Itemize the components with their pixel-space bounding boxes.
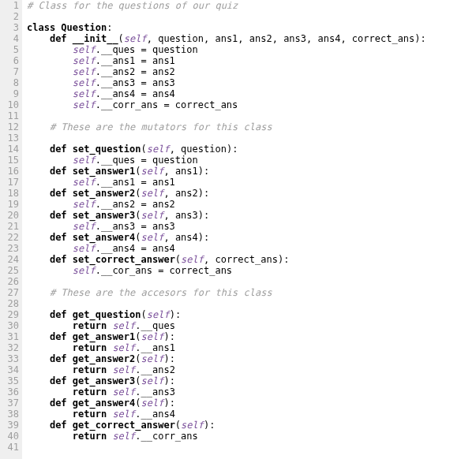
line-number: 33 <box>0 353 19 364</box>
code-token: .__ans3 <box>135 386 175 397</box>
code-token: set_question <box>73 144 141 155</box>
line-number: 6 <box>0 55 19 66</box>
code-token: ): <box>204 420 215 431</box>
code-line[interactable]: def set_correct_answer(self, correct_ans… <box>27 254 476 265</box>
code-token <box>27 121 50 132</box>
code-line[interactable]: self.__ques = question <box>27 44 476 55</box>
code-line[interactable]: def set_answer1(self, ans1): <box>27 166 476 177</box>
code-line[interactable]: def get_correct_answer(self): <box>27 420 476 431</box>
code-token: def <box>50 375 73 386</box>
code-token: self <box>112 320 135 331</box>
code-line[interactable]: def set_answer3(self, ans3): <box>27 210 476 221</box>
code-token: , correct_ans): <box>204 254 289 265</box>
code-token: return <box>73 342 107 353</box>
code-area[interactable]: # Class for the questions of our quizcla… <box>22 0 476 459</box>
code-token: ( <box>135 397 141 409</box>
code-token: ( <box>135 353 141 364</box>
code-token: self <box>73 88 96 99</box>
code-line[interactable]: def get_answer4(self): <box>27 397 476 409</box>
code-line[interactable]: def set_answer2(self, ans2): <box>27 188 476 199</box>
code-token: .__corr_ans <box>135 431 197 442</box>
code-token <box>27 66 73 77</box>
code-token: ): <box>163 331 174 342</box>
code-token <box>27 420 50 431</box>
line-number: 31 <box>0 331 19 342</box>
code-line[interactable] <box>27 110 476 121</box>
code-token: self <box>73 265 96 276</box>
code-token: set_correct_answer <box>73 254 175 265</box>
code-line[interactable]: def get_question(self): <box>27 309 476 320</box>
code-line[interactable]: class Question: <box>27 22 476 33</box>
code-line[interactable]: def __init__(self, question, ans1, ans2,… <box>27 33 476 44</box>
code-token: ( <box>135 188 141 199</box>
code-line[interactable]: self.__corr_ans = correct_ans <box>27 99 476 110</box>
code-line[interactable] <box>27 276 476 287</box>
line-number: 13 <box>0 132 19 144</box>
code-token <box>27 232 50 243</box>
code-line[interactable]: def get_answer3(self): <box>27 375 476 386</box>
code-editor[interactable]: 1234567891011121314151617181920212223242… <box>0 0 476 459</box>
code-token: return <box>73 409 107 420</box>
code-token: def <box>50 144 73 155</box>
code-line[interactable]: # These are the mutators for this class <box>27 121 476 132</box>
code-line[interactable]: self.__ans4 = ans4 <box>27 88 476 99</box>
code-line[interactable] <box>27 298 476 309</box>
code-line[interactable] <box>27 11 476 22</box>
code-token: self <box>73 99 96 110</box>
code-token: .__ques = question <box>96 155 198 166</box>
line-number: 3 <box>0 22 19 33</box>
code-token: def <box>50 33 73 44</box>
code-token: self <box>73 243 96 254</box>
code-line[interactable]: self.__ans1 = ans1 <box>27 55 476 66</box>
code-line[interactable]: self.__ques = question <box>27 155 476 166</box>
code-token: def <box>50 331 73 342</box>
code-token: ( <box>135 331 141 342</box>
code-token: self <box>141 166 164 177</box>
code-token: .__ans4 = ans4 <box>96 243 175 254</box>
code-token <box>27 177 73 188</box>
code-line[interactable]: self.__ans3 = ans3 <box>27 221 476 232</box>
code-token: ( <box>141 144 147 155</box>
code-line[interactable]: return self.__ans2 <box>27 364 476 375</box>
code-token: return <box>73 431 107 442</box>
code-line[interactable]: def set_question(self, question): <box>27 144 476 155</box>
code-token: return <box>73 320 107 331</box>
code-token: self <box>73 177 96 188</box>
code-line[interactable]: def set_answer4(self, ans4): <box>27 232 476 243</box>
code-line[interactable]: # These are the accesors for this class <box>27 287 476 298</box>
code-token: ): <box>163 353 174 364</box>
code-line[interactable]: return self.__ques <box>27 320 476 331</box>
code-token: self <box>141 232 164 243</box>
code-token: .__ans4 <box>135 409 175 420</box>
code-token <box>27 353 50 364</box>
code-line[interactable]: def get_answer1(self): <box>27 331 476 342</box>
code-line[interactable]: return self.__corr_ans <box>27 431 476 442</box>
code-token <box>27 265 73 276</box>
code-line[interactable]: return self.__ans1 <box>27 342 476 353</box>
code-token: class <box>27 22 61 33</box>
code-token: .__ans2 = ans2 <box>96 199 175 210</box>
code-token <box>27 364 73 375</box>
code-line[interactable]: self.__ans1 = ans1 <box>27 177 476 188</box>
line-number: 17 <box>0 177 19 188</box>
line-number: 32 <box>0 342 19 353</box>
code-token: .__ques = question <box>96 44 198 55</box>
code-token: def <box>50 353 73 364</box>
code-token: .__ans2 <box>135 364 175 375</box>
code-line[interactable]: return self.__ans4 <box>27 409 476 420</box>
code-token <box>27 331 50 342</box>
code-line[interactable]: self.__ans4 = ans4 <box>27 243 476 254</box>
code-line[interactable]: self.__ans2 = ans2 <box>27 199 476 210</box>
code-line[interactable]: self.__ans3 = ans3 <box>27 77 476 88</box>
code-token: , ans2): <box>163 188 209 199</box>
code-line[interactable]: def get_answer2(self): <box>27 353 476 364</box>
code-line[interactable]: self.__ans2 = ans2 <box>27 66 476 77</box>
code-line[interactable]: # Class for the questions of our quiz <box>27 0 476 11</box>
code-token: self <box>112 364 135 375</box>
code-line[interactable]: self.__cor_ans = correct_ans <box>27 265 476 276</box>
line-number: 11 <box>0 110 19 121</box>
code-line[interactable] <box>27 132 476 144</box>
code-line[interactable] <box>27 442 476 453</box>
code-line[interactable]: return self.__ans3 <box>27 386 476 397</box>
line-number: 25 <box>0 265 19 276</box>
